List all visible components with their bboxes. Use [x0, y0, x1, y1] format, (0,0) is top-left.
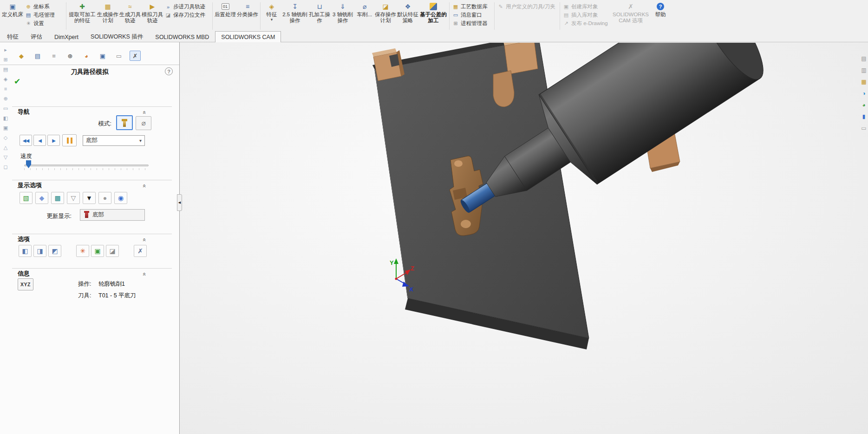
display-target-button[interactable]: ◆ [35, 192, 48, 204]
step-toolpath-button[interactable]: » 步进刀具轨迹 [164, 3, 210, 10]
tab-evaluate[interactable]: 评估 [25, 32, 48, 42]
show-difference-button[interactable]: ✳ [76, 245, 89, 257]
task-pane-icon[interactable]: ▤ [861, 55, 866, 62]
tab-solidworks-cam[interactable]: SOLIDWORKS CAM [215, 31, 281, 42]
tree-item-icon[interactable]: ◈ [4, 75, 7, 83]
post-process-label: 后置处理 [215, 12, 236, 18]
tab-cam-tree-icon[interactable]: ◆ [16, 51, 27, 61]
stock-manager-button[interactable]: ▤ 毛坯管理 [24, 12, 64, 19]
display-holder-button[interactable]: ● [98, 192, 111, 204]
tree-item-icon[interactable]: △ [4, 144, 7, 151]
tab-mbd[interactable]: SOLIDWORKS MBD [149, 32, 215, 42]
publish-edrawing-button[interactable]: ↗ 发布 e-Drawing [562, 20, 610, 27]
simulation-options-button[interactable]: ✗ [134, 245, 147, 257]
tab-operation-tree-icon[interactable]: ▤ [32, 51, 43, 61]
simulate-toolpath-button[interactable]: ▶ 模拟刀具轨迹 [142, 1, 163, 31]
collapse-chevron-icon[interactable]: « [141, 111, 148, 113]
process-manager-button[interactable]: ⊞ 进程管理器 [451, 20, 492, 27]
display-tool-wireframe-button[interactable]: ▽ [67, 192, 80, 204]
hole-operations-button[interactable]: ⊔ 孔加工操作 [309, 1, 330, 31]
task-pane-icon[interactable]: ▦ [861, 78, 866, 85]
tree-item-icon[interactable]: ◻ [3, 163, 7, 171]
feature-button[interactable]: ◈ 特征 ▾ [262, 1, 281, 31]
message-window-button[interactable]: ▭ 消息窗口 [451, 12, 492, 19]
mill25-operations-button[interactable]: ↧ 2.5 轴铣削操作 [282, 1, 308, 31]
collapse-chevron-icon[interactable]: « [141, 238, 148, 241]
default-strategy-button[interactable]: ❖ 默认特征策略 [397, 1, 418, 31]
update-display-button[interactable]: 底部 [80, 209, 145, 221]
task-pane-icon[interactable]: ◑ [862, 90, 865, 97]
tree-item-icon[interactable]: ◇ [4, 134, 7, 141]
tab-features[interactable]: 特征 [1, 32, 25, 42]
tree-item-icon[interactable]: ▭ [3, 105, 8, 112]
panel-splitter[interactable]: ◀ [177, 194, 182, 211]
tolerance-machining-button[interactable]: 基于公差的加工 [419, 1, 447, 31]
tab-display-manager-icon[interactable]: ▭ [113, 51, 124, 61]
tree-item-icon[interactable]: ▽ [4, 153, 7, 161]
display-fixture-button[interactable]: ▩ [51, 192, 64, 204]
cam-options-button[interactable]: ✗ SOLIDWORKS CAM 选项 [611, 1, 650, 31]
define-machine-button[interactable]: ▣ 定义机床 [2, 1, 23, 31]
display-collision-button[interactable]: ◉ [114, 192, 127, 204]
task-pane-icon[interactable]: ◕ [862, 101, 865, 108]
save-image-button[interactable]: ◪ [106, 245, 119, 257]
save-plan-button[interactable]: ◪ 保存操作计划 [375, 1, 396, 31]
speed-slider-track[interactable] [24, 164, 149, 166]
tab-appearances-icon[interactable]: ◕ [81, 51, 92, 61]
step-forward-button[interactable]: ▶ [47, 135, 60, 146]
create-library-button[interactable]: ▣ 创建库对象 [562, 3, 610, 10]
tab-feature-manager-icon[interactable]: ≡ [48, 51, 59, 61]
post-process-button[interactable]: 01 后置处理 [215, 1, 236, 31]
tree-item-icon[interactable]: ▤ [3, 66, 8, 73]
mill-mode-button[interactable] [116, 115, 133, 130]
tree-item-icon[interactable]: ≡ [4, 85, 7, 92]
settings-button[interactable]: ✳ 设置 [24, 20, 64, 27]
ok-check-icon[interactable]: ✔ [14, 77, 20, 86]
generate-toolpath-button[interactable]: ≈ 生成刀具轨迹 [119, 1, 141, 31]
mill3-operations-button[interactable]: ⇓ 3 轴铣削操作 [331, 1, 354, 31]
go-to-start-button[interactable]: ◀◀ [20, 135, 32, 146]
position-dropdown[interactable]: 底部 ▾ [83, 135, 145, 146]
display-tool-shaded-button[interactable]: ▼ [83, 192, 96, 204]
tab-addins[interactable]: SOLIDWORKS 插件 [85, 32, 149, 42]
insert-library-button[interactable]: ▤ 插入库对象 [562, 12, 610, 19]
tool-value: T01 - 5 平底刀 [98, 292, 136, 300]
task-pane-icon[interactable]: ▮ [862, 113, 866, 120]
tree-item-icon[interactable]: ⊞ [3, 56, 7, 63]
tech-database-button[interactable]: ▦ 工艺数据库 [451, 3, 492, 10]
tree-item-icon[interactable]: ▸ [4, 46, 7, 53]
tab-property-manager-icon[interactable]: ⊕ [65, 51, 76, 61]
pause-on-collision-button[interactable]: ◨ [33, 245, 46, 257]
task-pane-icon[interactable]: ▥ [861, 66, 866, 73]
message-window-label: 消息窗口 [461, 12, 482, 19]
tech-database-icon: ▦ [452, 4, 459, 10]
turn-operations-button[interactable]: ⌀ 车削... [355, 1, 374, 31]
user-tool-button[interactable]: ✎ 用户定义的刀具/刀夹 [496, 3, 558, 10]
task-pane-icon[interactable]: ▭ [861, 125, 866, 132]
end-condition-button[interactable]: ◧ [19, 245, 32, 257]
stop-at-operation-button[interactable]: ◩ [48, 245, 61, 257]
tree-item-icon[interactable]: ▣ [3, 124, 8, 132]
help-circle-icon[interactable]: ? [165, 67, 173, 75]
save-cl-file-button[interactable]: ◪ 保存刀位文件 [164, 12, 210, 19]
xyz-coordinates-button[interactable]: XYZ [18, 278, 33, 290]
generate-plan-button[interactable]: ▦ 生成操作计划 [97, 1, 118, 31]
tree-item-icon[interactable]: ⊕ [3, 95, 7, 102]
tab-configurations-icon[interactable]: ▣ [97, 51, 108, 61]
tree-item-icon[interactable]: ◧ [3, 114, 8, 122]
turn-mode-button[interactable]: ⌀ [136, 116, 151, 130]
sort-operations-button[interactable]: ≡ 分类操作 [237, 1, 258, 31]
compare-parts-button[interactable]: ▣ [91, 245, 104, 257]
run-pause-button[interactable] [62, 134, 77, 146]
collapse-chevron-icon[interactable]: « [141, 184, 148, 187]
tab-cam-tools-icon[interactable]: ✗ [130, 51, 141, 61]
coordinate-system-button[interactable]: ⊕ 坐标系 [24, 3, 64, 10]
speed-slider-thumb[interactable] [26, 160, 31, 168]
help-button[interactable]: ? 帮助 [651, 1, 670, 31]
display-stock-button[interactable]: ▧ [20, 192, 33, 204]
graphics-viewport[interactable]: Y Z X [180, 43, 868, 434]
tab-dimxpert[interactable]: DimXpert [48, 32, 85, 42]
extract-features-button[interactable]: ✚ 提取可加工的特征 [68, 1, 96, 31]
collapse-chevron-icon[interactable]: « [141, 272, 148, 275]
step-back-button[interactable]: ◀ [33, 135, 46, 146]
